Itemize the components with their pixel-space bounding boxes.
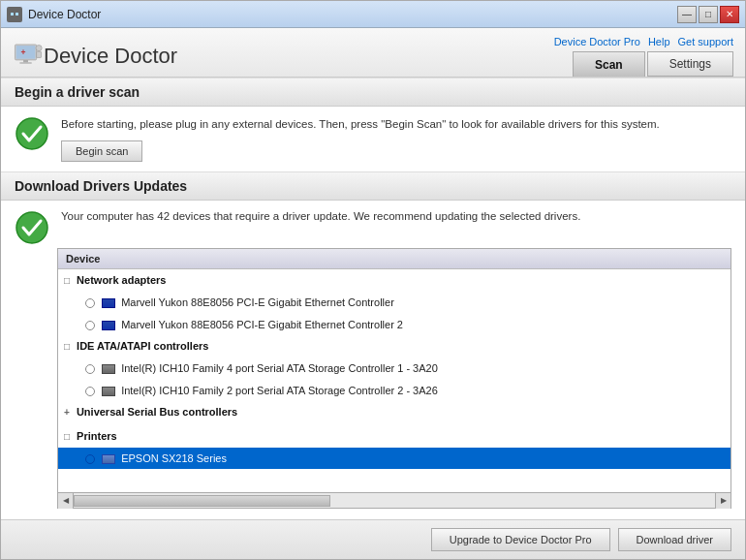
radio-intel-2[interactable]: [85, 387, 95, 396]
begin-scan-button[interactable]: Begin scan: [61, 140, 142, 162]
hdd-icon-1: [102, 364, 115, 374]
tree-column-header: Device: [58, 249, 730, 269]
app-icon: [7, 7, 22, 22]
titlebar-title: Device Doctor: [28, 8, 677, 21]
footer: Upgrade to Device Doctor Pro Download dr…: [1, 519, 745, 559]
svg-rect-9: [37, 51, 42, 57]
scan-section-title: Begin a driver scan: [15, 84, 140, 100]
scan-section-body: Before starting, please plug in any exte…: [1, 107, 745, 171]
radio-marvell-1[interactable]: [85, 298, 95, 308]
titlebar-buttons: — □ ✕: [677, 6, 739, 23]
minimize-button[interactable]: —: [677, 6, 697, 23]
app-title: Device Doctor: [44, 44, 554, 69]
tab-settings[interactable]: Settings: [647, 51, 733, 77]
header: + Device Doctor Device Doctor Pro Help G…: [1, 28, 745, 78]
category-label-4: Printers: [77, 430, 117, 442]
tab-scan[interactable]: Scan: [573, 51, 645, 77]
device-tree: Device □ Network adapters Marvell Yukon …: [57, 248, 731, 493]
download-driver-button[interactable]: Download driver: [618, 528, 731, 551]
upgrade-button[interactable]: Upgrade to Device Doctor Pro: [431, 528, 610, 551]
device-doctor-pro-link[interactable]: Device Doctor Pro: [554, 36, 640, 47]
scan-section-header: Begin a driver scan: [1, 78, 745, 107]
expand-icon-3: +: [64, 407, 70, 418]
scan-check-icon: [15, 116, 49, 154]
download-header-row: Your computer has 42 devices that requir…: [15, 210, 731, 248]
nav-tabs: Scan Settings: [573, 51, 733, 77]
expand-icon-2: □: [64, 341, 70, 352]
device-label-3: Intel(R) ICH10 Family 4 port Serial ATA …: [121, 362, 438, 374]
device-label-4: Intel(R) ICH10 Family 2 port Serial ATA …: [121, 385, 438, 396]
chip-icon: [102, 298, 115, 308]
category-network-adapters[interactable]: □ Network adapters: [58, 269, 730, 292]
chip-icon-2: [102, 321, 115, 330]
svg-rect-0: [9, 11, 20, 18]
expand-icon: □: [64, 275, 70, 286]
svg-point-8: [36, 45, 42, 50]
device-marvell-1[interactable]: Marvell Yukon 88E8056 PCI-E Gigabit Ethe…: [58, 292, 730, 314]
scan-content: Before starting, please plug in any exte…: [61, 116, 660, 162]
maximize-button[interactable]: □: [699, 6, 718, 23]
scroll-thumb[interactable]: [74, 495, 330, 507]
device-intel-2[interactable]: Intel(R) ICH10 Family 2 port Serial ATA …: [58, 380, 730, 402]
radio-marvell-2[interactable]: [85, 321, 95, 330]
close-button[interactable]: ✕: [720, 6, 739, 23]
printer-icon: [102, 454, 115, 464]
titlebar: Device Doctor — □ ✕: [1, 1, 745, 28]
get-support-link[interactable]: Get support: [678, 36, 733, 47]
device-marvell-2[interactable]: Marvell Yukon 88E8056 PCI-E Gigabit Ethe…: [58, 314, 730, 336]
help-link[interactable]: Help: [648, 36, 670, 47]
category-label: Network adapters: [77, 274, 166, 286]
radio-epson[interactable]: [85, 454, 95, 464]
scroll-track[interactable]: [74, 493, 715, 508]
device-intel-1[interactable]: Intel(R) ICH10 Family 4 port Serial ATA …: [58, 358, 730, 380]
main-window: Device Doctor — □ ✕ + Device Doctor: [0, 0, 746, 560]
download-section-body: Your computer has 42 devices that requir…: [1, 201, 745, 518]
category-ide-ata[interactable]: □ IDE ATA/ATAPI controllers: [58, 335, 730, 358]
header-nav: Device Doctor Pro Help Get support Scan …: [554, 36, 733, 77]
device-label-5: EPSON SX218 Series: [121, 452, 227, 464]
content-area: Begin a driver scan Before starting, ple…: [1, 78, 745, 519]
category-usb[interactable]: + Universal Serial Bus controllers: [58, 401, 730, 423]
device-label: Marvell Yukon 88E8056 PCI-E Gigabit Ethe…: [121, 296, 394, 308]
logo-icon: +: [13, 40, 44, 74]
download-section-header: Download Drivers Updates: [1, 171, 745, 201]
device-epson[interactable]: EPSON SX218 Series: [58, 448, 730, 470]
svg-point-11: [16, 212, 47, 243]
download-section-title: Download Drivers Updates: [15, 178, 187, 194]
download-check-icon: [15, 210, 49, 248]
category-printers[interactable]: □ Printers: [58, 425, 730, 448]
radio-intel-1[interactable]: [85, 364, 95, 374]
svg-rect-7: [19, 62, 31, 63]
svg-rect-2: [16, 13, 18, 16]
svg-point-10: [16, 118, 47, 149]
device-label-2: Marvell Yukon 88E8056 PCI-E Gigabit Ethe…: [121, 319, 403, 330]
svg-rect-1: [11, 13, 14, 16]
download-info-text: Your computer has 42 devices that requir…: [61, 210, 731, 222]
scan-description: Before starting, please plug in any exte…: [61, 116, 660, 133]
header-links: Device Doctor Pro Help Get support: [554, 36, 733, 47]
scroll-left-arrow[interactable]: ◀: [58, 493, 74, 509]
scroll-right-arrow[interactable]: ▶: [715, 493, 730, 509]
h-scrollbar[interactable]: ◀ ▶: [57, 493, 731, 509]
tree-body[interactable]: □ Network adapters Marvell Yukon 88E8056…: [58, 269, 730, 492]
category-label-3: Universal Serial Bus controllers: [77, 406, 237, 418]
expand-icon-4: □: [64, 431, 70, 442]
svg-text:+: +: [21, 47, 26, 57]
category-label-2: IDE ATA/ATAPI controllers: [77, 340, 208, 352]
hdd-icon-2: [102, 387, 115, 396]
svg-rect-6: [23, 59, 28, 61]
